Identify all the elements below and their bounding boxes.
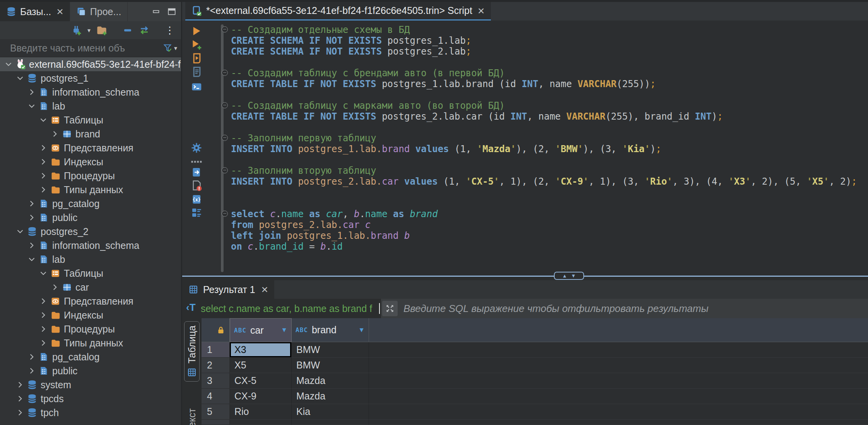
sort-caret-icon[interactable]: ▼ — [358, 326, 365, 334]
chevron-down-icon[interactable] — [27, 101, 36, 111]
tree-item-pg-catalog[interactable]: pg_catalog — [0, 350, 181, 364]
chevron-right-icon[interactable] — [39, 296, 48, 306]
sort-caret-icon[interactable]: ▼ — [281, 326, 287, 334]
code-fold-icon[interactable] — [222, 70, 228, 76]
cell-car-5[interactable]: Rio — [230, 404, 292, 420]
cell-car-3[interactable]: CX-5 — [230, 373, 292, 389]
chevron-right-icon[interactable] — [50, 283, 60, 292]
tree-item--[interactable]: Процедуры — [0, 322, 181, 336]
editor-tab-script[interactable]: *<external.69cf6a55-3e12-41ef-bf24-f1f26… — [185, 2, 491, 21]
tree-item-brand[interactable]: brand — [0, 127, 181, 141]
code-area[interactable]: -- Создадим отдельные схемы в БДCREATE S… — [231, 24, 857, 252]
code-fold-icon[interactable] — [222, 26, 228, 33]
close-icon[interactable]: × — [261, 284, 268, 295]
tab-project[interactable]: Прое... — [70, 2, 128, 21]
row-number[interactable] — [202, 420, 230, 425]
tree-item-tpch[interactable]: tpch — [0, 406, 181, 420]
cell-brand-4[interactable]: Mazda — [292, 389, 369, 404]
tree-item--[interactable]: Таблицы — [0, 113, 181, 127]
minimize-icon[interactable] — [152, 7, 161, 16]
tree-item-pg-catalog[interactable]: pg_catalog — [0, 197, 181, 211]
view-tab-table[interactable]: Таблица — [184, 321, 200, 382]
tree-item--[interactable]: Представления — [0, 294, 181, 308]
tree-item-lab[interactable]: lab — [0, 99, 181, 113]
chevron-right-icon[interactable] — [50, 129, 60, 139]
chevron-right-icon[interactable] — [39, 171, 48, 180]
result-tab-1[interactable]: Результат 1 × — [182, 280, 274, 299]
tree-item-information-schema[interactable]: information_schema — [0, 238, 181, 252]
tree-item-tpcds[interactable]: tpcds — [0, 392, 181, 406]
tree-item--[interactable]: Таблицы — [0, 266, 181, 280]
sql-filter-input[interactable]: Введите SQL выражение чтобы отфильтроват… — [381, 299, 868, 318]
layout-icon[interactable] — [167, 7, 176, 16]
export-file-icon[interactable] — [191, 166, 202, 178]
run-icon[interactable] — [191, 25, 202, 37]
chevron-down-icon[interactable] — [39, 115, 48, 125]
chevron-right-icon[interactable] — [27, 366, 36, 375]
code-fold-icon[interactable] — [222, 135, 228, 141]
new-folder-icon[interactable] — [96, 24, 108, 36]
code-fold-icon[interactable] — [222, 102, 228, 108]
chevron-right-icon[interactable] — [27, 352, 36, 362]
view-tab-text[interactable]: Текст — [184, 404, 200, 425]
cell[interactable] — [230, 420, 292, 425]
chevron-right-icon[interactable] — [27, 213, 36, 222]
tree-item-car[interactable]: car — [0, 280, 181, 294]
tree-item--[interactable]: Представления — [0, 141, 181, 155]
close-icon[interactable]: × — [478, 5, 485, 17]
tree-item-system[interactable]: system — [0, 378, 181, 392]
chevron-right-icon[interactable] — [39, 310, 48, 320]
new-connection-icon[interactable] — [70, 24, 82, 36]
tree-item--[interactable]: Типы данных — [0, 336, 181, 350]
cell-car-1[interactable]: X3 — [230, 342, 292, 358]
result-query-text[interactable]: select c.name as car, b.name as brand f — [201, 299, 378, 318]
chevron-right-icon[interactable] — [27, 199, 36, 208]
console-icon[interactable] — [191, 81, 202, 93]
cell[interactable] — [292, 420, 369, 425]
row-number[interactable]: 5 — [202, 404, 230, 420]
tree-item--[interactable]: Процедуры — [0, 169, 181, 183]
chevron-right-icon[interactable] — [15, 380, 25, 389]
tree-item-postgres-2[interactable]: postgres_2 — [0, 224, 181, 238]
chevron-right-icon[interactable] — [39, 185, 48, 194]
expand-icon[interactable] — [382, 301, 398, 316]
sync-arrows-icon[interactable] — [138, 24, 150, 36]
row-number[interactable]: 3 — [202, 373, 230, 389]
collapse-all-icon[interactable] — [122, 25, 133, 36]
chevron-down-icon[interactable] — [15, 74, 25, 83]
tree-item--[interactable]: Индексы — [0, 308, 181, 322]
chevron-right-icon[interactable] — [39, 157, 48, 166]
chevron-right-icon[interactable] — [15, 408, 25, 417]
row-number[interactable]: 4 — [202, 389, 230, 404]
row-number[interactable]: 1 — [202, 342, 230, 358]
cell-brand-1[interactable]: BMW — [292, 342, 369, 358]
column-header-brand[interactable]: ABCbrand▼ — [292, 318, 369, 342]
chevron-down-icon[interactable] — [39, 269, 48, 278]
layout-settings-icon[interactable] — [191, 207, 202, 218]
tree-item-public[interactable]: public — [0, 211, 181, 224]
tree-item-information-schema[interactable]: information_schema — [0, 85, 181, 99]
more-kebab-icon[interactable]: ⋮ — [165, 24, 175, 36]
settings-gear-icon[interactable] — [191, 142, 202, 154]
code-fold-icon[interactable] — [222, 167, 228, 173]
chevron-right-icon[interactable] — [39, 338, 48, 348]
grid-corner-cell[interactable] — [202, 318, 230, 342]
splitter-handle[interactable]: ▲▼ — [554, 272, 584, 280]
run-script-icon[interactable] — [191, 52, 202, 64]
run-new-session-icon[interactable] — [191, 39, 202, 50]
cell-brand-5[interactable]: Kia — [292, 404, 369, 420]
close-icon[interactable]: × — [56, 6, 63, 17]
chevron-down-icon[interactable] — [4, 60, 13, 69]
chevron-right-icon[interactable] — [39, 143, 48, 153]
tree-item--[interactable]: Типы данных — [0, 183, 181, 197]
cell-car-4[interactable]: CX-9 — [230, 389, 292, 404]
cell-brand-2[interactable]: BMW — [292, 358, 369, 373]
collapse-up-icon[interactable]: ▲ — [562, 273, 567, 279]
cell-brand-3[interactable]: Mazda — [292, 373, 369, 389]
object-search-field[interactable]: Введите часть имени объ ▾ — [0, 39, 181, 57]
column-header-car[interactable]: ABCcar▼ — [230, 318, 292, 342]
tree-item-public[interactable]: public — [0, 364, 181, 378]
tab-databases[interactable]: Базы... × — [0, 2, 70, 21]
dropdown-caret-icon[interactable]: ▾ — [174, 45, 177, 52]
chevron-right-icon[interactable] — [27, 241, 36, 250]
